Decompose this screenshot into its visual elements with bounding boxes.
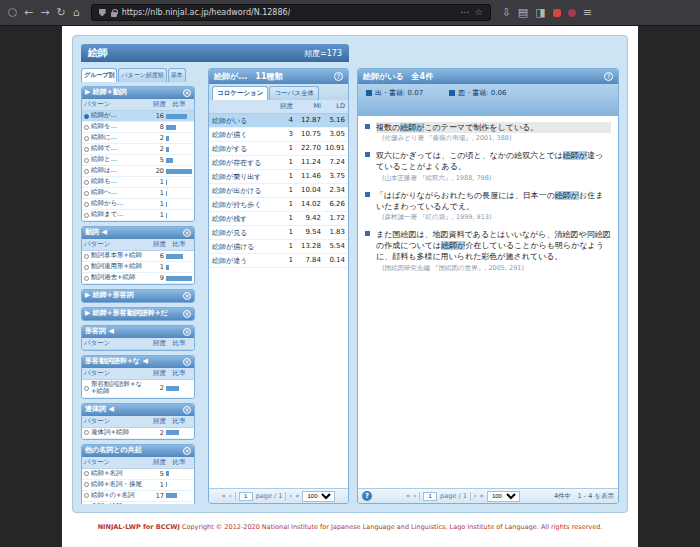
pattern-row[interactable]: 絵師が... 16 bbox=[82, 111, 194, 122]
collocation-row[interactable]: 絵師が描く 3 10.75 3.05 bbox=[209, 128, 348, 142]
example-item[interactable]: 双六にかぎっては、この頃と、なかの絵双六とでは絵師が違っていることがよくある。 … bbox=[365, 150, 611, 182]
radio-icon[interactable] bbox=[84, 276, 89, 281]
section-header[interactable]: 動詞 ◀ × bbox=[82, 227, 194, 239]
pattern-row[interactable]: 絵師から... 1 bbox=[82, 199, 194, 210]
radio-icon[interactable] bbox=[84, 471, 89, 476]
collocation-row[interactable]: 絵師が残す 1 9.42 1.72 bbox=[209, 212, 348, 226]
pattern-row[interactable]: 絵師と... 5 bbox=[82, 155, 194, 166]
last-page-button[interactable]: » bbox=[295, 493, 299, 500]
pattern-row[interactable]: 連体詞+絵師 2 bbox=[82, 428, 194, 439]
collapse-icon[interactable]: × bbox=[183, 406, 191, 414]
help-icon[interactable]: ? bbox=[334, 72, 343, 81]
prev-page-button[interactable]: ‹ bbox=[229, 493, 232, 500]
bookmark-star-icon[interactable]: ☆ bbox=[475, 8, 483, 17]
pattern-row[interactable]: 絵師で... 2 bbox=[82, 144, 194, 155]
page-size-select[interactable]: 100 bbox=[302, 491, 335, 502]
shield-icon[interactable] bbox=[99, 9, 106, 17]
page-input[interactable] bbox=[239, 492, 253, 501]
pattern-row[interactable]: 絵師は... 20 bbox=[82, 166, 194, 177]
reload-icon[interactable]: ↻ bbox=[56, 7, 65, 18]
pattern-row[interactable]: 形容動詞語幹+な+絵師 2 bbox=[82, 380, 194, 398]
menu-icon[interactable]: ≡ bbox=[583, 7, 592, 18]
pattern-row[interactable]: 動詞連用形+絵師 1 bbox=[82, 262, 194, 273]
url-bar[interactable]: https://nlb.ninjal.ac.jp/headword/N.1288… bbox=[91, 4, 491, 21]
collapse-icon[interactable]: × bbox=[183, 89, 191, 97]
tab-frequency-view[interactable]: パターン頻度順 bbox=[118, 68, 166, 82]
next-page-button[interactable]: › bbox=[474, 493, 477, 500]
example-item[interactable]: 複数の絵師がこのテーマで制作をしている。 (佐藤みどり著 『薔薇の市場』, 20… bbox=[365, 122, 611, 143]
pattern-row[interactable]: 絵師+の+名詞 17 bbox=[82, 491, 194, 502]
ld-column-header[interactable]: LD bbox=[321, 102, 345, 111]
collapse-icon[interactable]: × bbox=[183, 229, 191, 237]
collapse-icon[interactable]: × bbox=[183, 292, 191, 300]
radio-icon[interactable] bbox=[84, 386, 89, 391]
collocation-row[interactable]: 絵師が出かける 1 10.04 2.34 bbox=[209, 184, 348, 198]
next-page-button[interactable]: › bbox=[289, 493, 292, 500]
section-header[interactable]: ▶ 絵師+動詞 × bbox=[82, 87, 194, 99]
extension-icon[interactable] bbox=[568, 9, 576, 17]
collapse-icon[interactable]: × bbox=[183, 358, 191, 366]
radio-icon[interactable] bbox=[84, 430, 89, 435]
downloads-icon[interactable]: ⇩ bbox=[502, 7, 511, 18]
collocation-row[interactable]: 絵師がいる 4 12.87 5.16 bbox=[209, 114, 348, 128]
back-icon[interactable]: ← bbox=[24, 7, 33, 18]
first-page-button[interactable]: « bbox=[406, 493, 410, 500]
tab-group-view[interactable]: グループ別 bbox=[81, 68, 117, 82]
pattern-row[interactable]: 絵師+名詞 5 bbox=[82, 469, 194, 480]
pattern-row[interactable]: 絵師+名詞・接尾 1 bbox=[82, 480, 194, 491]
tab-collocation[interactable]: コロケーション bbox=[212, 86, 268, 100]
sidebar-toggle-icon[interactable]: ◨ bbox=[535, 7, 545, 18]
section-header[interactable]: 形容詞 ◀ × bbox=[82, 326, 194, 338]
prev-page-button[interactable]: ‹ bbox=[413, 493, 416, 500]
radio-icon[interactable] bbox=[84, 202, 89, 207]
collocation-row[interactable]: 絵師が見る 1 9.54 1.83 bbox=[209, 226, 348, 240]
collocation-row[interactable]: 絵師が持ち歩く 1 14.02 6.26 bbox=[209, 198, 348, 212]
home-icon[interactable]: ⌂ bbox=[73, 7, 80, 18]
collocation-row[interactable]: 絵師が乗り出す 1 11.46 3.75 bbox=[209, 170, 348, 184]
mi-column-header[interactable]: MI bbox=[293, 102, 321, 111]
collapse-icon[interactable]: × bbox=[183, 447, 191, 455]
radio-icon[interactable] bbox=[84, 265, 89, 270]
profile-icon[interactable] bbox=[8, 8, 17, 17]
pattern-row[interactable]: 動詞過去+絵師 9 bbox=[82, 273, 194, 284]
section-header[interactable]: 連体詞 ◀ × bbox=[82, 404, 194, 416]
radio-icon[interactable] bbox=[84, 493, 89, 498]
help-icon[interactable]: ? bbox=[362, 491, 372, 501]
radio-icon[interactable] bbox=[84, 147, 89, 152]
radio-icon[interactable] bbox=[84, 180, 89, 185]
pattern-row[interactable]: 絵師へ... 1 bbox=[82, 188, 194, 199]
tab-whole-corpus[interactable]: コーパス全体 bbox=[269, 86, 318, 100]
page-size-select[interactable]: 100 bbox=[487, 491, 520, 502]
help-icon[interactable]: ? bbox=[604, 72, 613, 81]
section-header[interactable]: 他の名詞との共起 × bbox=[82, 445, 194, 457]
radio-icon[interactable] bbox=[84, 482, 89, 487]
page-actions-icon[interactable]: ⋯ bbox=[461, 8, 470, 17]
radio-icon[interactable] bbox=[84, 191, 89, 196]
collocation-row[interactable]: 絵師がする 1 22.70 10.91 bbox=[209, 142, 348, 156]
radio-icon[interactable] bbox=[84, 125, 89, 130]
collocation-row[interactable]: 絵師が違う 1 7.84 0.14 bbox=[209, 254, 348, 268]
extension-icon[interactable] bbox=[553, 9, 561, 17]
pattern-row[interactable]: 動詞基本形+絵師 6 bbox=[82, 251, 194, 262]
pattern-row[interactable]: 絵師に... 2 bbox=[82, 133, 194, 144]
collocation-row[interactable]: 絵師が存在する 1 11.24 7.24 bbox=[209, 156, 348, 170]
collocation-row[interactable]: 絵師が描ける 1 13.28 5.54 bbox=[209, 240, 348, 254]
section-header[interactable]: ▶ 絵師+形容動詞語幹+だ × bbox=[82, 308, 194, 320]
pattern-row[interactable]: 絵師も... 1 bbox=[82, 177, 194, 188]
radio-icon[interactable] bbox=[84, 254, 89, 259]
pattern-row[interactable]: 絵師まで... 1 bbox=[82, 210, 194, 221]
radio-icon[interactable] bbox=[84, 136, 89, 141]
radio-icon[interactable] bbox=[84, 158, 89, 163]
pattern-row[interactable]: 絵師を... 8 bbox=[82, 122, 194, 133]
forward-icon[interactable]: → bbox=[40, 7, 49, 18]
pattern-row[interactable]: 名詞+絵師 42 bbox=[82, 502, 194, 504]
example-item[interactable]: 「はばかりながらおれたちの長屋には、日本一の絵師がお住まいたまわっているんでえ。… bbox=[365, 190, 611, 222]
tab-basic-view[interactable]: 基本 bbox=[168, 68, 186, 82]
radio-icon[interactable] bbox=[84, 213, 89, 218]
library-icon[interactable]: ▤ bbox=[518, 7, 528, 18]
radio-icon[interactable] bbox=[84, 169, 89, 174]
example-item[interactable]: また国絵図は、地図資料であるとはいいながら、清絵図や同絵図の作成については絵師が… bbox=[365, 229, 611, 273]
section-header[interactable]: ▶ 絵師+形容詞 × bbox=[82, 290, 194, 302]
radio-icon[interactable] bbox=[84, 114, 89, 119]
first-page-button[interactable]: « bbox=[222, 493, 226, 500]
